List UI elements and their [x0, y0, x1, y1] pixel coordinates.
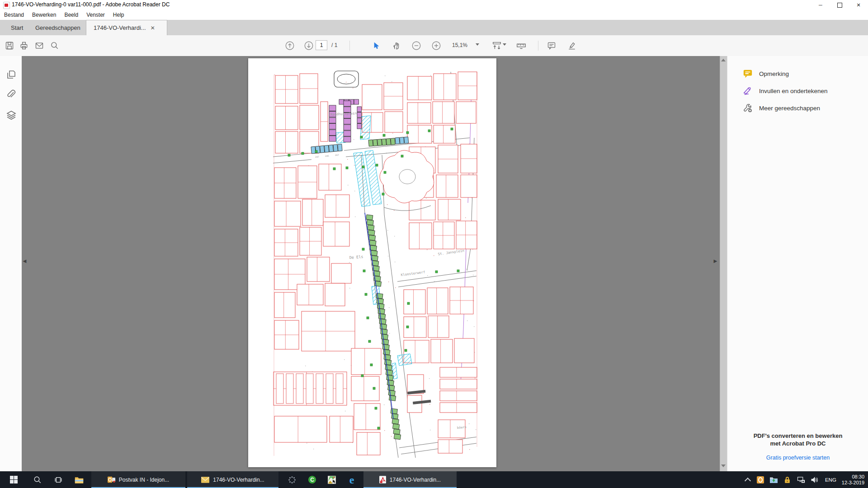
- email-icon[interactable]: [33, 39, 46, 52]
- taskbar-app-gis[interactable]: [322, 471, 342, 488]
- next-page-icon[interactable]: [302, 39, 316, 52]
- start-button[interactable]: [0, 471, 27, 488]
- page-number-input[interactable]: [316, 40, 327, 50]
- menu-venster[interactable]: Venster: [82, 10, 109, 19]
- sign-pen-icon: [743, 86, 753, 96]
- left-sidebar-rail: [0, 56, 22, 471]
- page-fit-icon[interactable]: [490, 39, 504, 52]
- edge-e-icon: e: [349, 474, 354, 485]
- search-icon: [33, 476, 42, 484]
- minimize-button[interactable]: ─: [811, 0, 830, 10]
- document-viewport[interactable]: RaadhuispleinDe ElsKloosterwerfSt. Jansp…: [22, 56, 720, 471]
- previous-view-arrow[interactable]: ◄: [22, 258, 28, 264]
- taskbar-app-edge[interactable]: e: [342, 471, 362, 488]
- tray-network-icon[interactable]: [794, 471, 808, 488]
- taskbar-app-c-green[interactable]: C: [302, 471, 322, 488]
- menu-help[interactable]: Help: [109, 10, 128, 19]
- close-button[interactable]: ✕: [849, 0, 868, 10]
- print-icon[interactable]: [17, 39, 31, 52]
- tab-document[interactable]: 1746-VO-Verhardi... ✕: [86, 20, 167, 35]
- taskbar-app-mail[interactable]: 1746-VO-Verhardin...: [187, 471, 278, 488]
- tray-lock-icon[interactable]: [781, 471, 794, 488]
- page-thumbnails-icon[interactable]: [5, 69, 17, 80]
- title-bar: 1746-VO-Verharding-0 var11-000.pdf - Ado…: [0, 0, 868, 10]
- zoom-level-value[interactable]: 15,1%: [452, 42, 467, 48]
- folder-icon: [75, 476, 84, 484]
- zoom-out-icon[interactable]: [410, 39, 423, 52]
- comment-bubble-icon: [743, 69, 753, 79]
- clock-date: 12-3-2019: [842, 480, 864, 486]
- plot-number: 267: [335, 154, 339, 156]
- next-view-arrow[interactable]: ►: [712, 258, 718, 264]
- windows-logo-icon: [10, 476, 18, 483]
- highlighter-icon[interactable]: [565, 39, 579, 52]
- scroll-down-arrow[interactable]: [721, 465, 726, 467]
- tab-bar: Start Gereedschappen 1746-VO-Verhardi...…: [0, 20, 868, 35]
- tab-close-icon[interactable]: ✕: [151, 25, 155, 31]
- language-indicator[interactable]: ENG: [821, 471, 840, 488]
- maximize-button[interactable]: [830, 0, 849, 10]
- tray-expand-chevron[interactable]: [742, 471, 754, 488]
- street-label: Raadhuisplein: [330, 111, 357, 117]
- taskbar-app-outlook[interactable]: Postvak IN - Idejon...: [91, 471, 185, 488]
- zoom-in-icon[interactable]: [429, 39, 443, 52]
- toolbar-separator: [538, 41, 538, 51]
- acrobat-pro-promo: PDF's converteren en bewerken met Acroba…: [727, 432, 868, 461]
- hand-tool-icon[interactable]: [390, 39, 403, 52]
- tool-opmerking[interactable]: Opmerking: [727, 66, 868, 81]
- comment-icon[interactable]: [545, 39, 558, 52]
- scroll-up-arrow[interactable]: [721, 59, 726, 61]
- street-label: De Els: [349, 254, 363, 260]
- outlook-icon: [108, 476, 115, 483]
- taskbar-search-button[interactable]: [27, 471, 48, 488]
- menu-bewerken[interactable]: Bewerken: [28, 10, 60, 19]
- menu-beeld[interactable]: Beeld: [60, 10, 82, 19]
- tool-label: Invullen en ondertekenen: [759, 88, 828, 94]
- menu-bar: Bestand Bewerken Beeld Venster Help: [0, 10, 868, 20]
- save-icon[interactable]: [3, 39, 16, 52]
- clock-time: 08:30: [842, 474, 864, 480]
- page-fit-caret[interactable]: [503, 43, 506, 46]
- plot-number: 245: [325, 155, 329, 157]
- green-c-icon: C: [308, 475, 316, 484]
- taskbar-app-label: 1746-VO-Verhardin...: [213, 477, 264, 483]
- envelope-icon: [201, 477, 209, 483]
- layers-icon[interactable]: [5, 109, 17, 121]
- tab-gereedschappen[interactable]: Gereedschappen: [28, 20, 88, 35]
- tray-update-folder-icon[interactable]: [767, 471, 781, 488]
- task-view-icon: [54, 476, 62, 484]
- tool-invullen-en-ondertekenen[interactable]: Invullen en ondertekenen: [727, 83, 868, 99]
- toolbar-separator: [349, 41, 350, 51]
- file-explorer-button[interactable]: [69, 471, 90, 488]
- taskbar-app-loading[interactable]: [282, 471, 302, 488]
- clock[interactable]: 08:30 12-3-2019: [840, 471, 868, 488]
- wrench-plus-icon: [743, 103, 753, 113]
- previous-page-icon[interactable]: [283, 39, 297, 52]
- free-trial-link[interactable]: Gratis proefversie starten: [727, 455, 868, 461]
- tab-start[interactable]: Start: [4, 20, 30, 35]
- plot-number: 247: [315, 156, 319, 158]
- ruler-icon[interactable]: [514, 39, 528, 52]
- site-plan-map: RaadhuispleinDe ElsKloosterwerfSt. Jansp…: [248, 58, 496, 467]
- task-view-button[interactable]: [48, 471, 69, 488]
- vertical-scrollbar[interactable]: [720, 56, 727, 471]
- tool-label: Opmerking: [759, 70, 789, 77]
- tray-volume-icon[interactable]: [808, 471, 821, 488]
- taskbar-app-label: 1746-VO-Verhardin...: [390, 477, 441, 483]
- zoom-dropdown-caret[interactable]: [476, 43, 479, 46]
- svg-text:C: C: [310, 477, 314, 483]
- street-label: böern: [457, 426, 467, 430]
- taskbar-app-acrobat[interactable]: 1746-VO-Verhardin...: [363, 471, 457, 488]
- select-tool-icon[interactable]: [370, 39, 383, 52]
- attachments-paperclip-icon[interactable]: [5, 89, 17, 100]
- tray-outlook-icon[interactable]: [754, 471, 767, 488]
- gis-map-icon: [328, 476, 336, 484]
- window-title: 1746-VO-Verharding-0 var11-000.pdf - Ado…: [12, 1, 170, 8]
- taskbar-app-label: Postvak IN - Idejon...: [119, 477, 169, 483]
- acrobat-app-icon: [3, 2, 10, 9]
- search-icon[interactable]: [48, 39, 61, 52]
- street-label: Kloosterwerf: [401, 270, 425, 277]
- promo-line2: met Acrobat Pro DC: [727, 440, 868, 447]
- tool-meer-gereedschappen[interactable]: Meer gereedschappen: [727, 100, 868, 116]
- menu-bestand[interactable]: Bestand: [0, 10, 28, 19]
